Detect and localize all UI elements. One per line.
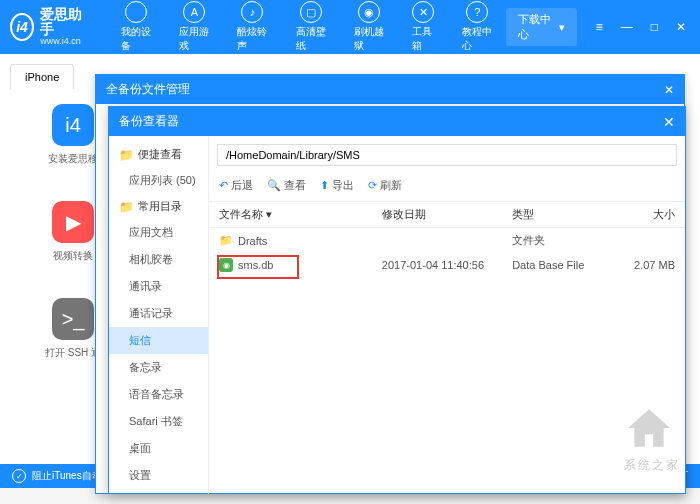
sidebar-item-camera[interactable]: 相机胶卷	[109, 246, 208, 273]
view-icon: 🔍	[267, 179, 281, 192]
tile-ssh[interactable]: >_打开 SSH 通	[45, 298, 101, 360]
main-nav: 我的设备 A应用游戏 ♪酷炫铃声 ▢高清壁纸 ◉刷机越狱 ✕工具箱 ?教程中心	[107, 0, 506, 57]
apple-icon	[125, 1, 147, 23]
database-icon: ◉	[219, 258, 233, 272]
nav-toolbox[interactable]: ✕工具箱	[398, 0, 449, 57]
modal2-title-text: 备份查看器	[119, 113, 179, 130]
maximize-icon[interactable]: □	[647, 18, 662, 36]
check-icon[interactable]: ✓	[12, 469, 26, 483]
left-tiles: i4安装爱思移 ▶视频转换 >_打开 SSH 通	[45, 104, 101, 360]
folder-icon: 📁	[219, 234, 233, 247]
device-tab[interactable]: iPhone	[10, 64, 74, 89]
close-icon[interactable]: ✕	[664, 83, 674, 97]
app-url: www.i4.cn	[40, 37, 87, 47]
minimize-icon[interactable]: —	[617, 18, 637, 36]
sidebar-item-contacts[interactable]: 通讯录	[109, 273, 208, 300]
wrench-icon: ✕	[412, 1, 434, 23]
sidebar-item-safari[interactable]: Safari 书签	[109, 408, 208, 435]
back-icon: ↶	[219, 179, 228, 192]
sidebar-item-docs[interactable]: 应用文档	[109, 219, 208, 246]
sort-icon: ▾	[266, 208, 272, 220]
sidebar-item-sms[interactable]: 短信	[109, 327, 208, 354]
refresh-icon: ⟳	[368, 179, 377, 192]
sidebar-group-common[interactable]: 📁常用目录	[109, 194, 208, 219]
nav-wallpapers[interactable]: ▢高清壁纸	[282, 0, 340, 57]
sidebar-item-notes[interactable]: 备忘录	[109, 354, 208, 381]
nav-tutorials[interactable]: ?教程中心	[448, 0, 506, 57]
modal2-titlebar: 备份查看器 ✕	[109, 107, 685, 136]
file-row-smsdb[interactable]: ◉sms.db 2017-01-04 11:40:56 Data Base Fi…	[209, 253, 685, 277]
close-icon[interactable]: ✕	[663, 114, 675, 130]
image-icon: ▢	[300, 1, 322, 23]
backup-sidebar: 📁便捷查看 应用列表 (50) 📁常用目录 应用文档 相机胶卷 通讯录 通话记录…	[109, 136, 209, 494]
close-icon[interactable]: ✕	[672, 18, 690, 36]
folder-icon: 📁	[119, 148, 134, 162]
sidebar-item-applist[interactable]: 应用列表 (50)	[109, 167, 208, 194]
tile-install[interactable]: i4安装爱思移	[45, 104, 101, 166]
file-list-header: 文件名称 ▾ 修改日期 类型 大小	[209, 202, 685, 228]
sidebar-item-calls[interactable]: 通话记录	[109, 300, 208, 327]
col-size[interactable]: 大小	[610, 207, 675, 222]
sidebar-item-settings[interactable]: 设置	[109, 462, 208, 489]
nav-my-device[interactable]: 我的设备	[107, 0, 165, 57]
nav-apps[interactable]: A应用游戏	[165, 0, 223, 57]
chevron-down-icon: ▾	[559, 21, 565, 34]
sidebar-item-voice[interactable]: 语音备忘录	[109, 381, 208, 408]
nav-ringtones[interactable]: ♪酷炫铃声	[223, 0, 281, 57]
col-name[interactable]: 文件名称 ▾	[219, 207, 382, 222]
logo-area: i4 爱思助手 www.i4.cn	[10, 7, 87, 48]
refresh-button[interactable]: ⟳刷新	[368, 178, 402, 193]
app-header: i4 爱思助手 www.i4.cn 我的设备 A应用游戏 ♪酷炫铃声 ▢高清壁纸…	[0, 0, 700, 54]
app-icon: A	[183, 1, 205, 23]
sidebar-item-desktop[interactable]: 桌面	[109, 435, 208, 462]
sidebar-group-quick[interactable]: 📁便捷查看	[109, 142, 208, 167]
backup-viewer-modal: 备份查看器 ✕ 📁便捷查看 应用列表 (50) 📁常用目录 应用文档 相机胶卷 …	[108, 106, 686, 494]
file-row-drafts[interactable]: 📁Drafts 文件夹	[209, 228, 685, 253]
question-icon: ?	[466, 1, 488, 23]
i4-icon: i4	[52, 104, 94, 146]
view-button[interactable]: 🔍查看	[267, 178, 306, 193]
export-icon: ⬆	[320, 179, 329, 192]
menu-icon[interactable]: ≡	[592, 18, 607, 36]
modal1-title-text: 全备份文件管理	[106, 81, 190, 98]
export-button[interactable]: ⬆导出	[320, 178, 354, 193]
logo-icon: i4	[10, 13, 34, 41]
file-browser: ↶后退 🔍查看 ⬆导出 ⟳刷新 文件名称 ▾ 修改日期 类型 大小 📁Draft…	[209, 136, 685, 494]
path-input[interactable]	[217, 144, 677, 166]
window-controls: ≡ — □ ✕	[592, 18, 690, 36]
drop-icon: ◉	[358, 1, 380, 23]
sidebar-item-wechat[interactable]: 微信	[109, 489, 208, 494]
modal1-titlebar: 全备份文件管理 ✕	[96, 75, 684, 104]
folder-icon: 📁	[119, 200, 134, 214]
nav-jailbreak[interactable]: ◉刷机越狱	[340, 0, 398, 57]
col-date[interactable]: 修改日期	[382, 207, 512, 222]
col-type[interactable]: 类型	[512, 207, 610, 222]
tile-video[interactable]: ▶视频转换	[45, 201, 101, 263]
terminal-icon: >_	[52, 298, 94, 340]
download-center-button[interactable]: 下载中心 ▾	[506, 8, 576, 46]
file-toolbar: ↶后退 🔍查看 ⬆导出 ⟳刷新	[209, 174, 685, 202]
app-name: 爱思助手	[40, 7, 87, 38]
bell-icon: ♪	[241, 1, 263, 23]
play-icon: ▶	[52, 201, 94, 243]
back-button[interactable]: ↶后退	[219, 178, 253, 193]
